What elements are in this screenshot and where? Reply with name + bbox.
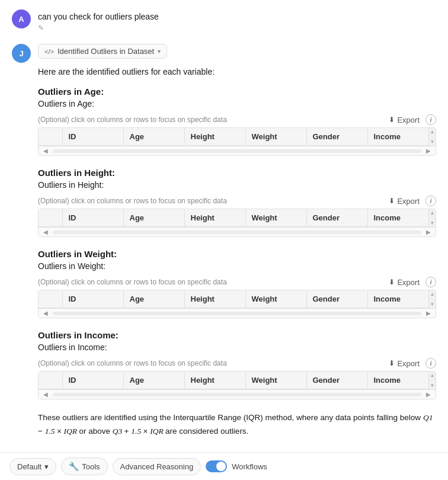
advanced-reasoning-button[interactable]: Advanced Reasoning	[113, 458, 201, 475]
data-table-income: ID Age Height Weight Gender Income	[39, 372, 428, 389]
scroll-up-height[interactable]: ▲	[430, 210, 435, 216]
col-header-age-height[interactable]: Age	[123, 209, 184, 227]
toggle-knob	[216, 462, 226, 471]
scroll-left-age[interactable]: ◀	[41, 148, 50, 154]
table-with-scrollbar-height: ID Age Height Weight Gender Income	[39, 209, 436, 227]
info-button-height[interactable]: i	[425, 196, 436, 206]
formula-q3: Q3	[113, 427, 124, 436]
section-income: Outliers in Income: Outliers in Income: …	[38, 330, 436, 399]
table-with-scrollbar-income: ID Age Height Weight Gender Income	[39, 372, 436, 389]
col-header-age-income[interactable]: Age	[123, 372, 184, 389]
col-header-weight-age[interactable]: Weight	[245, 128, 306, 146]
formula-coeff2: 1.5	[131, 427, 143, 436]
table-toolbar-income: (Optional) click on columns or rows to f…	[38, 358, 436, 369]
col-header-height-height[interactable]: Height	[184, 209, 245, 227]
scroll-down-weight[interactable]: ▼	[430, 302, 435, 307]
export-icon-income: ⬇	[389, 359, 395, 367]
scroll-left-height[interactable]: ◀	[41, 229, 50, 235]
user-avatar: A	[12, 9, 31, 28]
col-header-height-age[interactable]: Height	[184, 128, 245, 146]
col-header-gender-income[interactable]: Gender	[306, 372, 367, 389]
tools-label: Tools	[82, 462, 100, 471]
col-header-id-age[interactable]: ID	[62, 128, 123, 146]
col-header-gender-age[interactable]: Gender	[306, 128, 367, 146]
scroll-down-income[interactable]: ▼	[430, 383, 435, 388]
formula-text: These outliers are identified using the …	[38, 411, 436, 439]
table-scrollbar-v-weight[interactable]: ▲ ▼	[428, 290, 436, 308]
default-button[interactable]: Default ▾	[9, 458, 56, 475]
scroll-left-income[interactable]: ◀	[41, 391, 50, 398]
col-header-income-age[interactable]: Income	[367, 128, 428, 146]
col-header-age-weight[interactable]: Age	[123, 290, 184, 308]
scroll-track-income	[53, 393, 421, 396]
scroll-down-age[interactable]: ▼	[430, 139, 435, 145]
col-header-gender-weight[interactable]: Gender	[306, 290, 367, 308]
scroll-right-height[interactable]: ▶	[424, 229, 433, 235]
scroll-down-height[interactable]: ▼	[430, 220, 435, 226]
formula-times2: ×	[143, 427, 148, 436]
bottom-toolbar: Default ▾ 🔧 Tools Advanced Reasoning Wor…	[0, 452, 448, 480]
export-button-income[interactable]: ⬇ Export	[389, 359, 420, 368]
workflows-toggle[interactable]	[206, 460, 227, 472]
col-header-income-weight[interactable]: Income	[367, 290, 428, 308]
section-heading-income: Outliers in Income:	[38, 330, 436, 340]
table-scrollbar-h-weight: ◀ ▶	[39, 308, 436, 318]
formula-times1: ×	[57, 427, 62, 436]
info-button-age[interactable]: i	[425, 114, 436, 125]
export-button-height[interactable]: ⬇ Export	[389, 197, 420, 206]
code-tag[interactable]: </> Identified Outliers in Dataset ▾	[38, 44, 167, 59]
table-scrollbar-v-age[interactable]: ▲ ▼	[428, 128, 436, 146]
chevron-down-icon: ▾	[158, 48, 161, 55]
scroll-left-weight[interactable]: ◀	[41, 310, 50, 316]
table-scrollbar-h-age: ◀ ▶	[39, 146, 436, 155]
formula-q1: Q1	[423, 413, 433, 422]
formula-coeff1: 1.5	[45, 427, 57, 436]
scroll-up-income[interactable]: ▲	[430, 373, 435, 378]
user-message: A can you check for outliers please ✎	[0, 0, 448, 37]
table-toolbar-age: (Optional) click on columns or rows to f…	[38, 114, 436, 125]
assistant-message: J </> Identified Outliers in Dataset ▾ H…	[0, 37, 448, 446]
col-header-gender-height[interactable]: Gender	[306, 209, 367, 227]
section-subheading-weight: Outliers in Weight:	[38, 261, 436, 271]
scroll-right-income[interactable]: ▶	[424, 391, 433, 398]
section-height: Outliers in Height: Outliers in Height: …	[38, 168, 436, 237]
col-header-height-weight[interactable]: Height	[184, 290, 245, 308]
col-header-weight-height[interactable]: Weight	[245, 209, 306, 227]
export-icon-weight: ⬇	[389, 278, 395, 286]
tools-button[interactable]: 🔧 Tools	[61, 457, 107, 475]
section-weight: Outliers in Weight: Outliers in Weight: …	[38, 249, 436, 318]
export-button-weight[interactable]: ⬇ Export	[389, 278, 420, 287]
export-button-age[interactable]: ⬇ Export	[389, 116, 420, 124]
table-outer-height: ID Age Height Weight Gender Income	[38, 209, 436, 237]
scroll-up-age[interactable]: ▲	[430, 129, 435, 135]
col-header-id-income[interactable]: ID	[62, 372, 123, 389]
section-heading-age: Outliers in Age:	[38, 87, 436, 97]
scroll-track-age	[53, 149, 421, 153]
advanced-reasoning-label: Advanced Reasoning	[120, 462, 194, 471]
table-scrollbar-h-income: ◀ ▶	[39, 389, 436, 399]
formula-minus: −	[38, 427, 43, 436]
col-header-weight-weight[interactable]: Weight	[245, 290, 306, 308]
col-header-income-income[interactable]: Income	[367, 372, 428, 389]
table-scrollbar-v-height[interactable]: ▲ ▼	[428, 209, 436, 227]
info-button-weight[interactable]: i	[425, 277, 436, 287]
scroll-up-weight[interactable]: ▲	[430, 292, 435, 297]
table-with-scrollbar-age: ID Age Height Weight Gender Income	[39, 128, 436, 146]
info-button-income[interactable]: i	[425, 358, 436, 369]
col-header-rownum-weight	[39, 290, 62, 308]
table-scrollbar-v-income[interactable]: ▲ ▼	[428, 372, 436, 389]
scroll-right-age[interactable]: ▶	[424, 148, 433, 154]
col-header-weight-income[interactable]: Weight	[245, 372, 306, 389]
response-intro: Here are the identified outliers for eac…	[38, 66, 436, 78]
col-header-height-income[interactable]: Height	[184, 372, 245, 389]
col-header-id-height[interactable]: ID	[62, 209, 123, 227]
col-header-income-height[interactable]: Income	[367, 209, 428, 227]
scroll-right-weight[interactable]: ▶	[424, 310, 433, 316]
col-header-id-weight[interactable]: ID	[62, 290, 123, 308]
table-outer-income: ID Age Height Weight Gender Income	[38, 371, 436, 399]
user-text: can you check for outliers please	[38, 12, 436, 21]
col-header-age-age[interactable]: Age	[123, 128, 184, 146]
edit-icon[interactable]: ✎	[38, 24, 436, 32]
col-header-rownum-income	[39, 372, 62, 389]
code-tag-label: Identified Outliers in Dataset	[57, 47, 154, 56]
